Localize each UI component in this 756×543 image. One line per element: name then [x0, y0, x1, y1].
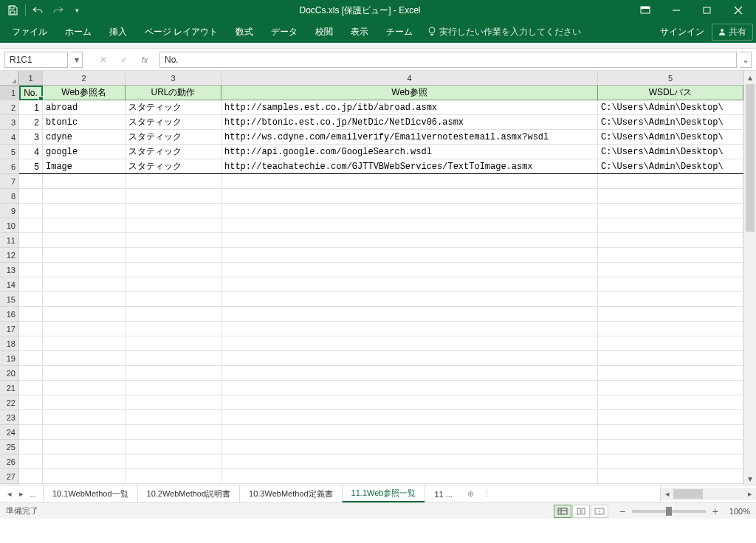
save-icon[interactable] — [6, 4, 19, 17]
column-header[interactable]: 5 — [598, 71, 743, 85]
close-button[interactable] — [724, 1, 753, 20]
hscroll-right-icon[interactable]: ▸ — [743, 488, 756, 500]
scroll-thumb[interactable] — [746, 84, 755, 232]
zoom-slider[interactable] — [632, 510, 706, 513]
cell[interactable] — [43, 381, 126, 395]
cell[interactable] — [126, 189, 221, 203]
vertical-scrollbar[interactable]: ▴ ▾ — [743, 71, 756, 485]
row-header[interactable]: 12 — [0, 248, 18, 263]
page-layout-view-icon[interactable] — [572, 505, 590, 518]
cell[interactable] — [598, 292, 743, 306]
tab-formulas[interactable]: 数式 — [227, 21, 262, 43]
cell[interactable] — [598, 189, 743, 203]
minimize-button[interactable] — [662, 1, 691, 20]
tab-team[interactable]: チーム — [377, 21, 422, 43]
cell[interactable] — [598, 322, 743, 336]
cell[interactable] — [598, 277, 743, 291]
table-header-cell[interactable]: WSDLパス — [598, 86, 743, 100]
cell[interactable] — [126, 425, 221, 439]
cell[interactable] — [19, 218, 43, 232]
cell[interactable] — [221, 307, 598, 321]
cell[interactable] — [126, 218, 221, 232]
cell[interactable] — [43, 233, 126, 247]
row-header[interactable]: 10 — [0, 218, 18, 233]
cell[interactable] — [19, 233, 43, 247]
cell[interactable] — [221, 469, 598, 483]
scroll-up-icon[interactable]: ▴ — [744, 71, 756, 83]
select-all-corner[interactable] — [0, 71, 18, 86]
cell[interactable] — [598, 366, 743, 380]
cell[interactable] — [19, 381, 43, 395]
row-header[interactable]: 19 — [0, 351, 18, 366]
cell[interactable] — [126, 351, 221, 365]
sheet-tab[interactable]: 11 ... — [425, 485, 461, 502]
cell[interactable] — [126, 395, 221, 409]
cell[interactable] — [19, 248, 43, 262]
cell[interactable] — [126, 174, 221, 188]
cancel-formula-icon[interactable]: ✕ — [94, 52, 112, 67]
cell[interactable] — [19, 366, 43, 380]
hscroll-left-icon[interactable]: ◂ — [661, 488, 673, 500]
tab-scroll-left-icon[interactable]: ◂ — [4, 489, 15, 499]
row-header[interactable]: 11 — [0, 233, 18, 248]
zoom-in-button[interactable]: + — [710, 505, 721, 517]
cell[interactable] — [19, 204, 43, 218]
table-header-cell[interactable]: Web参照 — [221, 86, 598, 100]
table-header-cell[interactable]: URLの動作 — [126, 86, 221, 100]
cell[interactable] — [126, 292, 221, 306]
tab-review[interactable]: 校閲 — [306, 21, 342, 43]
cell[interactable] — [126, 454, 221, 468]
grid-main[interactable]: 12345 No.Web参照名URLの動作Web参照WSDLパス1abroadス… — [19, 71, 743, 485]
cell[interactable] — [221, 189, 598, 203]
cell[interactable] — [19, 277, 43, 291]
row-header[interactable]: 4 — [0, 130, 18, 145]
cell[interactable] — [19, 425, 43, 439]
row-header[interactable]: 2 — [0, 100, 18, 115]
cell[interactable]: スタティック — [126, 130, 221, 144]
formula-input[interactable]: No. — [159, 52, 737, 68]
cell[interactable] — [221, 204, 598, 218]
share-button[interactable]: 共有 — [712, 24, 753, 41]
tab-insert[interactable]: 挿入 — [100, 21, 136, 43]
cell[interactable] — [598, 425, 743, 439]
row-header[interactable]: 7 — [0, 174, 18, 189]
cell[interactable] — [598, 336, 743, 350]
cell[interactable]: 5 — [19, 159, 43, 173]
row-header[interactable]: 24 — [0, 425, 18, 440]
cell[interactable]: http://btonic.est.co.jp/NetDic/NetDicv06… — [221, 115, 598, 129]
cell[interactable]: スタティック — [126, 115, 221, 129]
cell[interactable] — [126, 336, 221, 350]
cell[interactable] — [221, 454, 598, 468]
cell[interactable] — [221, 410, 598, 424]
undo-icon[interactable] — [32, 4, 45, 17]
cell[interactable]: http://api.google.com/GoogleSearch.wsdl — [221, 145, 598, 159]
cell[interactable] — [598, 454, 743, 468]
cell[interactable] — [126, 204, 221, 218]
cell[interactable] — [126, 469, 221, 483]
cell[interactable]: http://ws.cdyne.com/emailverify/Emailver… — [221, 130, 598, 144]
table-header-cell[interactable]: Web参照名 — [43, 86, 126, 100]
cell[interactable] — [126, 307, 221, 321]
cell[interactable]: C:\Users\Admin\Desktop\ — [598, 115, 743, 129]
maximize-button[interactable] — [693, 1, 722, 20]
tab-data[interactable]: データ — [262, 21, 306, 43]
cell[interactable]: C:\Users\Admin\Desktop\ — [598, 100, 743, 114]
tab-scroll-right-icon[interactable]: ▸ — [16, 489, 27, 499]
hscroll-thumb[interactable] — [673, 489, 703, 499]
column-header[interactable]: 1 — [19, 71, 43, 85]
enter-formula-icon[interactable]: ✓ — [115, 52, 133, 67]
cell[interactable]: 4 — [19, 145, 43, 159]
tab-split-handle[interactable]: ⋮ — [483, 489, 491, 499]
sheet-tab[interactable]: 10.3WebMethod定義書 — [239, 485, 343, 502]
row-header[interactable]: 22 — [0, 395, 18, 410]
row-header[interactable]: 21 — [0, 381, 18, 395]
row-header[interactable]: 13 — [0, 263, 18, 277]
row-header[interactable]: 17 — [0, 322, 18, 336]
cell[interactable] — [126, 366, 221, 380]
cell[interactable] — [19, 440, 43, 454]
cell[interactable] — [43, 174, 126, 188]
cell[interactable] — [43, 469, 126, 483]
cell[interactable]: 3 — [19, 130, 43, 144]
cell[interactable] — [221, 218, 598, 232]
cell[interactable] — [19, 292, 43, 306]
